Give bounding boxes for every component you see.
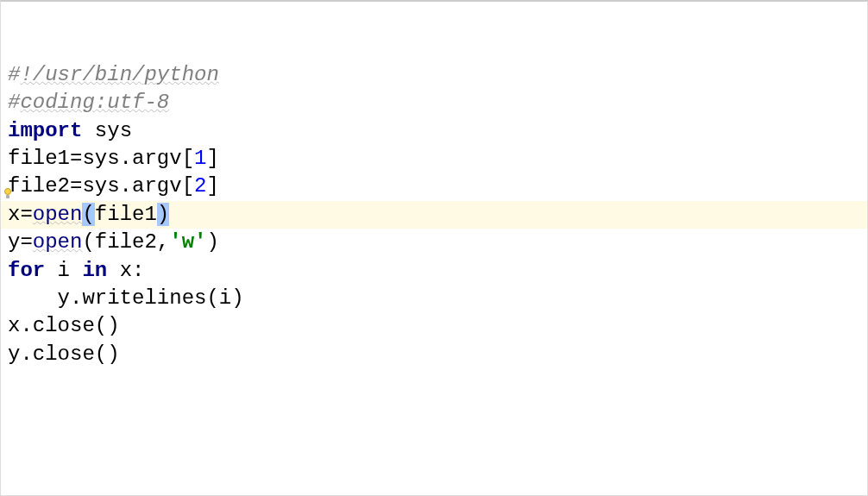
code-token: ) <box>157 203 169 226</box>
code-token: in <box>82 259 107 282</box>
code-token: 1 <box>194 147 206 170</box>
code-editor[interactable]: #!/usr/bin/python#coding:utf-8import sys… <box>1 2 867 372</box>
code-token: ( <box>82 203 94 226</box>
code-token: x.close() <box>8 314 120 337</box>
code-token: ] <box>206 147 218 170</box>
code-line[interactable]: x.close() <box>8 312 860 340</box>
code-token: ] <box>206 174 218 198</box>
code-token: file1 <box>95 203 157 226</box>
code-token: ) <box>206 230 218 254</box>
code-token: # <box>8 91 20 114</box>
code-line[interactable]: y.close() <box>8 341 860 368</box>
code-token: x= <box>8 203 33 226</box>
code-token: coding:utf-8 <box>20 91 169 114</box>
code-line[interactable]: y=open(file2,'w') <box>8 229 860 256</box>
code-token: 2 <box>194 174 206 198</box>
code-token: y.close() <box>8 342 120 366</box>
code-token: for <box>8 259 45 282</box>
code-token: 'w' <box>169 230 206 254</box>
code-line[interactable]: file1=sys.argv[1] <box>8 145 860 173</box>
code-token: sys <box>82 119 132 142</box>
code-token: x: <box>107 259 144 282</box>
code-token: i <box>45 259 82 282</box>
code-line[interactable]: #!/usr/bin/python <box>8 61 860 89</box>
code-token: file1=sys.argv[ <box>8 147 194 170</box>
code-token: !/usr/bin/python <box>20 63 218 86</box>
code-token: (file2, <box>82 230 169 254</box>
code-token: y= <box>8 230 33 254</box>
code-line[interactable]: y.writelines(i) <box>8 285 860 312</box>
code-token: open <box>33 230 83 254</box>
code-token: import <box>8 119 82 142</box>
code-token: # <box>8 63 20 86</box>
code-token: file2=sys.argv[ <box>8 174 194 198</box>
code-line[interactable]: #coding:utf-8 <box>8 89 860 116</box>
code-line[interactable]: file2=sys.argv[2] <box>8 173 860 200</box>
code-line[interactable]: x=open(file1) <box>1 201 867 229</box>
code-line[interactable]: import sys <box>8 117 860 145</box>
code-line[interactable]: for i in x: <box>8 257 860 285</box>
code-token: open <box>33 203 83 226</box>
code-token: y.writelines(i) <box>8 286 244 310</box>
